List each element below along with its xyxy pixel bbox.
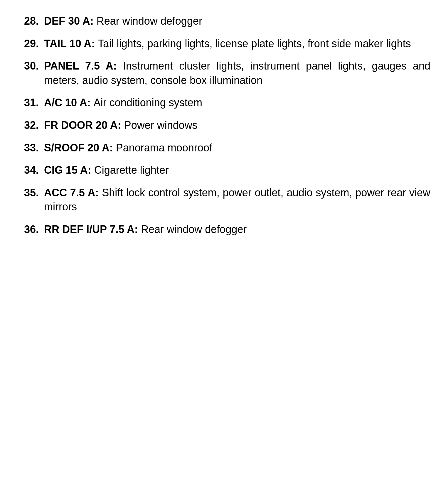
fuse-number: 33.	[18, 141, 44, 155]
fuse-description: Panorama moonroof	[116, 142, 212, 154]
fuse-description: Power windows	[124, 119, 198, 131]
fuse-content: PANEL 7.5 A: Instrument cluster lights, …	[44, 59, 430, 87]
fuse-label: S/ROOF 20 A:	[44, 142, 116, 154]
fuse-content: DEF 30 A: Rear window defogger	[44, 14, 430, 28]
fuse-label: RR DEF I/UP 7.5 A:	[44, 223, 141, 235]
fuse-label: FR DOOR 20 A:	[44, 119, 124, 131]
fuse-number: 35.	[18, 186, 44, 200]
fuse-item: 35.ACC 7.5 A: Shift lock control system,…	[18, 186, 430, 214]
fuse-description: Rear window defogger	[97, 15, 202, 27]
fuse-item: 30.PANEL 7.5 A: Instrument cluster light…	[18, 59, 430, 87]
fuse-description: Tail lights, parking lights, license pla…	[98, 38, 411, 50]
fuse-description: Air conditioning system	[94, 97, 202, 109]
fuse-number: 36.	[18, 222, 44, 237]
fuse-content: TAIL 10 A: Tail lights, parking lights, …	[44, 37, 430, 51]
fuse-number: 32.	[18, 118, 44, 133]
fuse-item: 36.RR DEF I/UP 7.5 A: Rear window defogg…	[18, 222, 430, 237]
fuse-item: 33.S/ROOF 20 A: Panorama moonroof	[18, 141, 430, 155]
fuse-label: A/C 10 A:	[44, 97, 94, 109]
fuse-item: 31.A/C 10 A: Air conditioning system	[18, 96, 430, 110]
fuse-item: 29.TAIL 10 A: Tail lights, parking light…	[18, 37, 430, 51]
fuse-content: S/ROOF 20 A: Panorama moonroof	[44, 141, 430, 155]
fuse-item: 28.DEF 30 A: Rear window defogger	[18, 14, 430, 28]
fuse-number: 31.	[18, 96, 44, 110]
fuse-description: Shift lock control system, power outlet,…	[44, 187, 430, 213]
fuse-content: CIG 15 A: Cigarette lighter	[44, 163, 430, 178]
fuse-content: ACC 7.5 A: Shift lock control system, po…	[44, 186, 430, 214]
fuse-number: 29.	[18, 37, 44, 51]
fuse-list: 28.DEF 30 A: Rear window defogger29.TAIL…	[18, 14, 430, 237]
fuse-description: Cigarette lighter	[94, 164, 169, 176]
fuse-item: 32.FR DOOR 20 A: Power windows	[18, 118, 430, 133]
fuse-description: Rear window defogger	[141, 223, 247, 235]
fuse-number: 30.	[18, 59, 44, 73]
fuse-label: PANEL 7.5 A:	[44, 60, 123, 72]
fuse-number: 28.	[18, 14, 44, 28]
fuse-label: ACC 7.5 A:	[44, 187, 102, 199]
fuse-number: 34.	[18, 163, 44, 178]
fuse-content: RR DEF I/UP 7.5 A: Rear window defogger	[44, 222, 430, 237]
fuse-content: FR DOOR 20 A: Power windows	[44, 118, 430, 133]
fuse-item: 34.CIG 15 A: Cigarette lighter	[18, 163, 430, 178]
fuse-content: A/C 10 A: Air conditioning system	[44, 96, 430, 110]
fuse-label: CIG 15 A:	[44, 164, 94, 176]
fuse-label: DEF 30 A:	[44, 15, 97, 27]
fuse-label: TAIL 10 A:	[44, 38, 98, 50]
